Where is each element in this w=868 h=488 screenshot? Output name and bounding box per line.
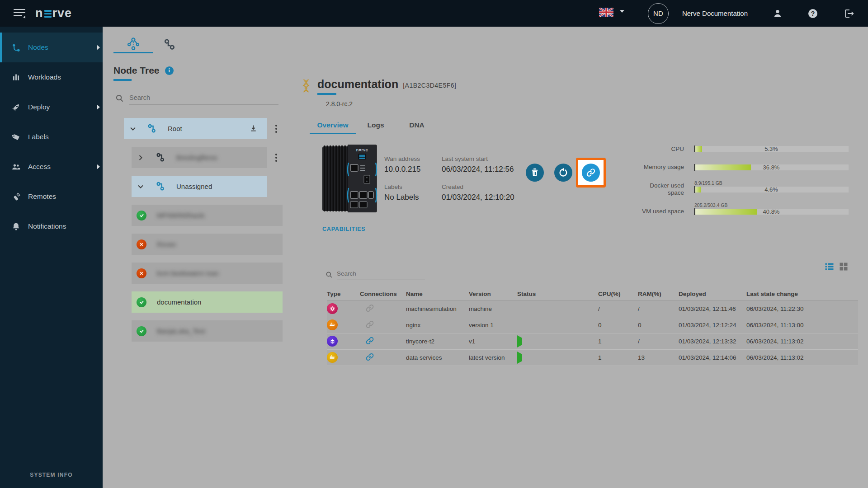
list-view-toggle[interactable] [825,263,834,271]
connection-link-icon[interactable] [365,304,374,314]
field-value: 06/03/2024, 11:12:56 [442,165,519,174]
workload-ram: / [638,305,679,312]
stat-memory: Memory usage 36.8% [641,164,849,171]
kebab-menu-icon[interactable] [274,124,278,134]
user-name: Nerve Documentation [682,9,748,17]
chevron-right-icon[interactable] [136,153,146,163]
stat-value: 4.6% [694,187,849,192]
stat-bar: 36.8% [694,164,849,170]
workload-cpu: / [598,305,638,312]
tab-node-list-view[interactable] [153,36,185,53]
connection-link-icon[interactable] [365,320,374,330]
capabilities-link[interactable]: CAPABILITIES [322,226,377,232]
table-row[interactable]: machinesimulation machine_ / / 01/03/202… [327,301,858,317]
tree-row-node[interactable]: kvm bookwaern ivan [132,263,283,284]
list-view-icon [825,263,834,271]
link-icon [586,168,596,178]
tree-row-unassigned[interactable]: Unassigned [132,176,267,197]
stat-label: Memory usage [641,164,684,171]
sidebar-item-workloads[interactable]: Workloads [0,62,103,92]
node-online-icon [137,297,146,307]
vm-workload-icon [327,336,338,347]
workload-ram: 13 [638,354,679,361]
field-label: Labels [384,183,435,190]
workload-deployed: 01/03/2024, 12:13:32 [679,338,746,345]
table-row[interactable]: data services latest version 1 13 01/03/… [327,350,858,366]
workload-last-state: 06/03/2024, 11:13:02 [746,338,858,345]
remote-connection-button[interactable] [582,164,600,182]
menu-toggle-icon[interactable] [14,9,25,18]
users-icon [11,162,21,172]
node-tree-pane: Node Tree i Root [103,27,290,488]
sidebar-item-notifications[interactable]: Notifications [0,211,103,241]
kebab-menu-icon[interactable] [274,153,278,163]
stat-label: CPU [641,145,684,153]
node-tree-search-input[interactable] [129,93,278,104]
help-button[interactable]: ? [807,8,818,19]
stat-value: 5.3% [694,146,849,152]
tag-icon [11,132,21,142]
table-row[interactable]: nginx version 1 0 0 01/03/2024, 12:12:24… [327,317,858,333]
logo-text-post: rve [52,6,72,20]
tree-row-documentation[interactable]: documentation [132,291,283,313]
logout-button[interactable] [843,8,854,19]
docker-compose-workload-icon [327,352,338,363]
tree-row-node[interactable]: BanjaLuka_Test [132,320,283,342]
info-icon[interactable]: i [165,66,174,75]
status-running-icon [517,335,522,347]
node-detail-pane: documentation [A1B2C3D4E5F6] 2.8.0-rc.2 … [290,27,868,488]
profile-button[interactable] [772,8,783,19]
tree-row-root[interactable]: Root [124,118,267,139]
table-row[interactable]: tinycore-t2 v1 1 / 01/03/2024, 12:13:32 … [327,333,858,350]
sidebar-label: Deploy [28,103,50,111]
col-version: Version [469,291,517,297]
sidebar-label: Notifications [28,222,66,230]
tab-node-tree-view[interactable] [113,36,153,53]
collapse-all-icon[interactable] [249,124,258,133]
tree-row-node[interactable]: Rsvan [132,234,283,255]
workload-version: machine_ [469,305,517,312]
delete-node-button[interactable] [526,164,544,182]
grid-view-toggle[interactable] [840,263,848,271]
uk-flag-icon [599,8,613,17]
field-labels: Labels No Labels [384,183,435,202]
stat-sub-value: 8.9/195.1 GB [694,180,722,186]
connection-link-icon[interactable] [365,336,374,347]
sidebar-item-deploy[interactable]: Deploy [0,92,103,122]
logo-e-bars [44,10,52,18]
person-icon [772,8,783,19]
connection-link-icon[interactable] [365,352,374,363]
user-avatar[interactable]: ND [648,3,669,24]
sidebar-item-access[interactable]: Access [0,152,103,182]
stat-docker-space: Docker used space 8.9/195.1 GB 4.6% [641,182,849,197]
status-running-icon [517,352,522,364]
tab-overview[interactable]: Overview [310,121,356,134]
system-info-link[interactable]: SYSTEM INFO [0,472,103,478]
workload-deployed: 01/03/2024, 12:11:46 [679,305,746,312]
sidebar-item-nodes[interactable]: Nodes [0,33,103,62]
sidebar-item-labels[interactable]: Labels [0,122,103,152]
tree-row-node[interactable]: MFNWIN0hauls [132,205,283,226]
tree-row-hidden-group[interactable]: Breslingfleros [132,147,267,168]
language-selector[interactable] [597,6,626,21]
tree-node-label: Rsvan [157,240,176,248]
col-last-state-change: Last state change [746,291,858,297]
workload-last-state: 06/03/2024, 11:22:30 [746,305,858,312]
avatar-initials: ND [653,9,663,17]
table-header-row: Type Connections Name Version Status CPU… [327,288,858,301]
tab-logs[interactable]: Logs [356,121,396,134]
workload-name: nginx [406,322,469,328]
sidebar-item-remotes[interactable]: Remotes [0,182,103,211]
logout-icon [843,8,854,19]
reboot-node-button[interactable] [554,164,572,182]
workload-search-input[interactable] [337,269,425,280]
chevron-down-icon[interactable] [136,182,146,192]
chevron-down-icon[interactable] [128,124,138,134]
device-image: n≡rve [322,145,377,212]
bell-icon [11,222,21,231]
stat-sub-value: 205.2/503.4 GB [694,202,728,208]
col-ram: RAM(%) [638,291,679,297]
col-status: Status [517,291,598,297]
tab-dna[interactable]: DNA [396,121,438,134]
tree-view-icon [126,37,141,52]
